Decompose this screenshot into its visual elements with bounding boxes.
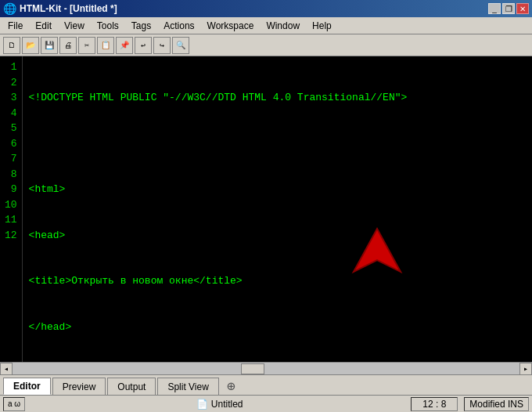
code-line-3: <html> xyxy=(29,182,526,197)
toolbar-btn-4[interactable]: 🖨 xyxy=(59,37,77,54)
menu-actions[interactable]: Actions xyxy=(157,19,200,33)
toolbar-btn-6[interactable]: 📋 xyxy=(97,37,114,54)
app-icon: 🌐 xyxy=(3,2,16,16)
status-indicator: a ω xyxy=(3,397,25,411)
code-line-4: <head> xyxy=(29,228,526,244)
restore-button[interactable]: ❐ xyxy=(502,3,515,14)
menu-window[interactable]: Window xyxy=(260,19,306,33)
scroll-track[interactable] xyxy=(13,363,519,375)
menu-workspace[interactable]: Workspace xyxy=(201,19,261,33)
toolbar-btn-8[interactable]: ↩ xyxy=(135,37,152,54)
scroll-thumb[interactable] xyxy=(241,363,264,374)
status-mode: Modified INS xyxy=(464,397,529,411)
file-name: Untitled xyxy=(211,399,243,410)
toolbar-btn-2[interactable]: 📂 xyxy=(22,37,39,54)
menu-bar: File Edit View Tools Tags Actions Worksp… xyxy=(0,17,532,34)
menu-file[interactable]: File xyxy=(2,19,29,33)
scroll-left-button[interactable]: ◂ xyxy=(0,363,13,375)
status-position: 12 : 8 xyxy=(411,397,458,411)
line-numbers: 1 2 3 4 5 6 7 8 9 10 11 12 xyxy=(0,56,23,362)
close-button[interactable]: ✕ xyxy=(516,3,529,14)
file-icon: 📄 xyxy=(196,399,208,410)
toolbar-btn-10[interactable]: 🔍 xyxy=(172,37,189,54)
toolbar-btn-5[interactable]: ✂ xyxy=(78,37,95,54)
window-title: HTML-Kit - [Untitled *] xyxy=(20,3,117,14)
toolbar-btn-9[interactable]: ↪ xyxy=(153,37,171,54)
status-right: 12 : 8 Modified INS xyxy=(411,397,529,411)
code-editor[interactable]: <!DOCTYPE HTML PUBLIC "-//W3C//DTD HTML … xyxy=(23,56,532,362)
tab-split-view[interactable]: Split View xyxy=(157,378,218,395)
toolbar-btn-7[interactable]: 📌 xyxy=(116,37,133,54)
toolbar-btn-3[interactable]: 💾 xyxy=(41,37,58,54)
menu-tags[interactable]: Tags xyxy=(125,19,157,33)
status-file: 📄 Untitled xyxy=(28,399,411,410)
tab-editor[interactable]: Editor xyxy=(3,378,51,395)
toolbar: 🗋 📂 💾 🖨 ✂ 📋 📌 ↩ ↪ 🔍 xyxy=(0,34,532,56)
tab-output[interactable]: Output xyxy=(107,378,156,395)
menu-edit[interactable]: Edit xyxy=(29,19,58,33)
code-line-5: <title>Открыть в новом окне</title> xyxy=(29,273,526,289)
toolbar-btn-1[interactable]: 🗋 xyxy=(3,37,20,54)
tab-extra-button[interactable]: ⊕ xyxy=(227,378,235,395)
menu-view[interactable]: View xyxy=(58,19,91,33)
tab-preview[interactable]: Preview xyxy=(52,378,106,395)
tab-bar: Editor Preview Output Split View ⊕ xyxy=(0,374,532,395)
code-line-6: </head> xyxy=(29,320,526,335)
code-line-1: <!DOCTYPE HTML PUBLIC "-//W3C//DTD HTML … xyxy=(29,90,526,106)
horizontal-scrollbar[interactable]: ◂ ▸ xyxy=(0,362,532,374)
minimize-button[interactable]: _ xyxy=(488,3,501,14)
scroll-right-button[interactable]: ▸ xyxy=(519,363,532,375)
title-bar: 🌐 HTML-Kit - [Untitled *] _ ❐ ✕ xyxy=(0,0,532,17)
code-line-2 xyxy=(29,136,526,152)
menu-help[interactable]: Help xyxy=(306,19,338,33)
status-bar: a ω 📄 Untitled 12 : 8 Modified INS xyxy=(0,395,532,412)
menu-tools[interactable]: Tools xyxy=(91,19,125,33)
